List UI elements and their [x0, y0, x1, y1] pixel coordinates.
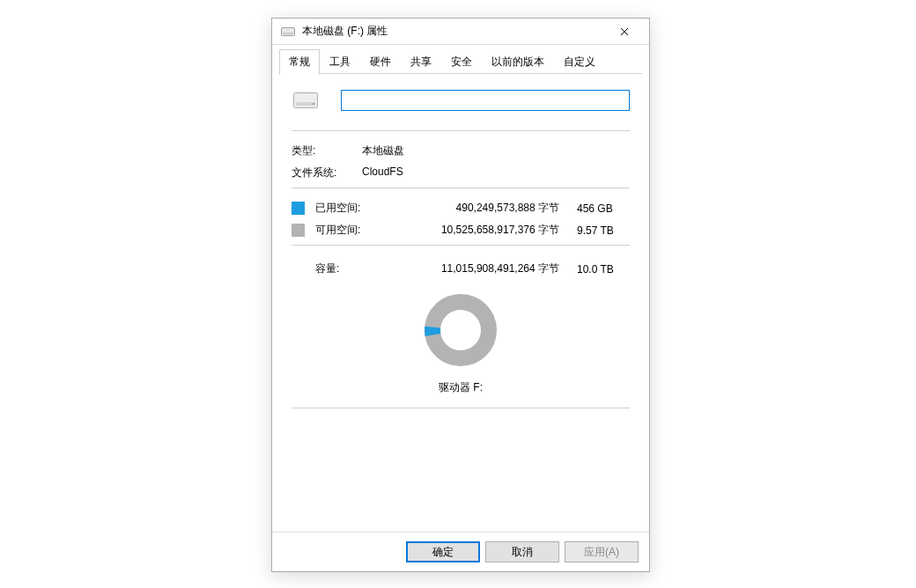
- capacity-bytes: 11,015,908,491,264 字节: [373, 261, 577, 276]
- divider: [292, 130, 630, 131]
- tab-tools[interactable]: 工具: [320, 49, 360, 75]
- capacity-human: 10.0 TB: [577, 263, 630, 276]
- filesystem-row: 文件系统: CloudFS: [292, 162, 630, 184]
- volume-name-row: [292, 90, 630, 111]
- used-space-label: 已用空间:: [315, 201, 373, 216]
- capacity-label: 容量:: [315, 261, 373, 276]
- apply-button[interactable]: 应用(A): [565, 541, 639, 562]
- free-space-row: 可用空间: 10,525,658,917,376 字节 9.57 TB: [292, 219, 630, 241]
- ok-button[interactable]: 确定: [406, 541, 480, 562]
- type-value: 本地磁盘: [362, 143, 630, 158]
- svg-point-4: [313, 103, 314, 105]
- drive-label: 驱动器 F:: [439, 380, 483, 395]
- divider: [292, 187, 630, 188]
- used-space-bytes: 490,249,573,888 字节: [373, 201, 577, 216]
- used-space-row: 已用空间: 490,249,573,888 字节 456 GB: [292, 197, 630, 219]
- tab-security[interactable]: 安全: [441, 49, 482, 75]
- free-space-label: 可用空间:: [315, 223, 373, 238]
- tab-strip: 常规 工具 硬件 共享 安全 以前的版本 自定义: [272, 45, 649, 74]
- capacity-row: 容量: 11,015,908,491,264 字节 10.0 TB: [292, 254, 630, 280]
- filesystem-value: CloudFS: [362, 165, 630, 180]
- drive-large-icon: [292, 92, 320, 108]
- window-title: 本地磁盘 (F:) 属性: [302, 24, 607, 39]
- usage-donut-chart: [423, 292, 499, 368]
- drive-icon: [281, 27, 295, 36]
- svg-rect-0: [282, 27, 295, 35]
- free-space-swatch: [292, 224, 305, 237]
- type-label: 类型:: [292, 143, 362, 158]
- divider: [292, 408, 630, 408]
- tab-hardware[interactable]: 硬件: [360, 49, 401, 75]
- free-space-human: 9.57 TB: [577, 224, 630, 237]
- tab-content-general: 类型: 本地磁盘 文件系统: CloudFS 已用空间: 490,249,573…: [272, 74, 649, 532]
- filesystem-label: 文件系统:: [292, 165, 362, 180]
- used-space-swatch: [292, 202, 305, 215]
- button-bar: 确定 取消 应用(A): [272, 532, 649, 571]
- divider: [292, 245, 630, 246]
- svg-rect-3: [296, 102, 315, 106]
- volume-name-input[interactable]: [341, 90, 630, 111]
- tab-customize[interactable]: 自定义: [554, 49, 605, 75]
- svg-point-5: [432, 302, 489, 358]
- tab-previous-versions[interactable]: 以前的版本: [482, 49, 554, 75]
- usage-donut-wrap: 驱动器 F:: [292, 292, 630, 395]
- type-row: 类型: 本地磁盘: [292, 140, 630, 162]
- properties-dialog: 本地磁盘 (F:) 属性 常规 工具 硬件 共享 安全 以前的版本 自定义 类型: [271, 18, 650, 572]
- svg-rect-1: [283, 33, 293, 34]
- cancel-button[interactable]: 取消: [485, 541, 559, 562]
- tab-general[interactable]: 常规: [279, 49, 320, 75]
- free-space-bytes: 10,525,658,917,376 字节: [373, 223, 577, 238]
- tab-sharing[interactable]: 共享: [401, 49, 441, 75]
- titlebar: 本地磁盘 (F:) 属性: [272, 18, 649, 45]
- close-button[interactable]: [607, 19, 642, 44]
- used-space-human: 456 GB: [577, 202, 630, 215]
